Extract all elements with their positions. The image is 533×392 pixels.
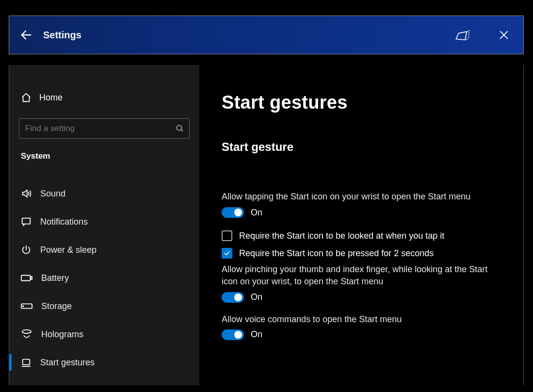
- sidebar-nav: Sound Notifications Power & sleep Batter…: [19, 180, 190, 376]
- setting-voice-description: Allow voice commands to open the Start m…: [222, 314, 501, 325]
- window-mode-button[interactable]: [441, 16, 485, 54]
- close-icon: [499, 30, 509, 40]
- window-mode-icon: [454, 28, 471, 42]
- setting-voice-toggle[interactable]: [222, 329, 244, 340]
- titlebar: Settings: [9, 16, 524, 54]
- sidebar-item-power-sleep[interactable]: Power & sleep: [19, 236, 190, 264]
- sidebar-item-label: Storage: [41, 301, 72, 311]
- sidebar-item-sound[interactable]: Sound: [19, 180, 190, 208]
- setting-tap-toggle-label: On: [251, 208, 262, 218]
- sidebar-item-home[interactable]: Home: [19, 89, 190, 110]
- setting-tap-description: Allow tapping the Start icon on your wri…: [222, 191, 501, 202]
- close-button[interactable]: [485, 16, 523, 54]
- gesture-icon: [21, 358, 32, 367]
- checkbox-require-look-label: Require the Start icon to be looked at w…: [239, 231, 444, 241]
- setting-pinch-toggle-label: On: [251, 292, 262, 302]
- window-title: Settings: [43, 30, 81, 41]
- comment-icon: [21, 216, 32, 227]
- sidebar-item-battery[interactable]: Battery: [19, 264, 190, 292]
- sidebar-item-label: Power & sleep: [40, 245, 97, 255]
- sidebar: Home System Sound Notifications Power & …: [9, 65, 199, 385]
- back-button[interactable]: [9, 16, 43, 54]
- window-body: Home System Sound Notifications Power & …: [9, 65, 524, 385]
- section-title: Start gesture: [222, 140, 501, 154]
- sidebar-item-label: Holograms: [41, 329, 83, 340]
- speaker-icon: [21, 188, 32, 199]
- sidebar-item-label: Sound: [40, 189, 65, 199]
- svg-point-9: [23, 306, 24, 307]
- sidebar-item-label: Battery: [41, 273, 69, 283]
- sidebar-item-storage[interactable]: Storage: [19, 292, 190, 320]
- setting-pinch-description: Allow pinching your thumb and index fing…: [222, 263, 493, 287]
- sidebar-item-start-gestures[interactable]: Start gestures: [19, 348, 190, 376]
- storage-icon: [21, 303, 32, 310]
- search-icon: [176, 124, 184, 133]
- svg-line-4: [181, 130, 183, 131]
- checkbox-require-press[interactable]: [222, 248, 232, 259]
- search-input-container[interactable]: [19, 118, 190, 139]
- svg-rect-7: [31, 277, 32, 279]
- page-title: Start gestures: [222, 92, 501, 113]
- svg-point-3: [177, 125, 182, 131]
- search-input[interactable]: [25, 124, 176, 133]
- setting-voice-toggle-label: On: [251, 329, 262, 340]
- sidebar-item-label: Notifications: [40, 217, 88, 227]
- battery-icon: [21, 274, 32, 282]
- setting-tap-toggle[interactable]: [222, 207, 244, 218]
- checkbox-require-press-label: Require the Start icon to be pressed for…: [239, 248, 434, 259]
- sidebar-item-label: Start gestures: [40, 358, 95, 368]
- power-icon: [21, 245, 32, 255]
- sidebar-section-label: System: [19, 151, 190, 161]
- sidebar-item-holograms[interactable]: Holograms: [19, 320, 190, 348]
- checkbox-require-look[interactable]: [222, 230, 232, 241]
- sidebar-home-label: Home: [39, 93, 63, 103]
- svg-rect-5: [22, 218, 31, 224]
- holograms-icon: [21, 329, 32, 340]
- back-arrow-icon: [19, 28, 33, 42]
- setting-pinch-toggle[interactable]: [222, 292, 244, 303]
- sidebar-item-notifications[interactable]: Notifications: [19, 208, 190, 236]
- main-panel: Start gestures Start gesture Allow tappi…: [199, 65, 523, 385]
- svg-rect-11: [23, 359, 30, 365]
- svg-rect-6: [21, 275, 30, 280]
- home-icon: [21, 92, 32, 103]
